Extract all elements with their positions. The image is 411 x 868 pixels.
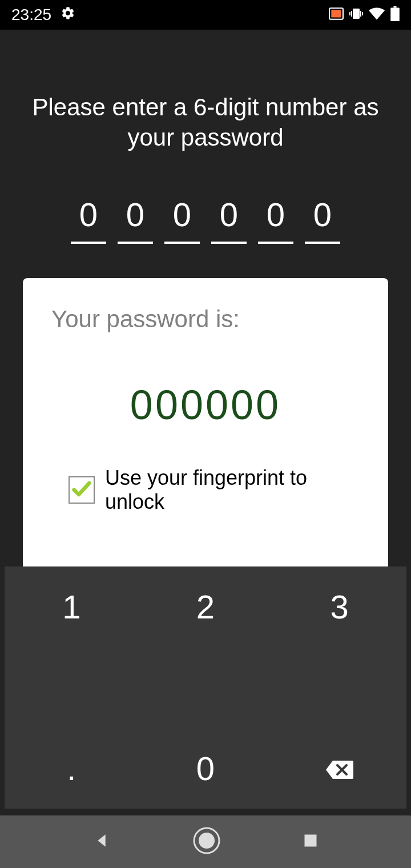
key-dot[interactable]: .: [5, 728, 139, 809]
main-area: Please enter a 6-digit number as your pa…: [0, 30, 411, 815]
key-3[interactable]: 3: [272, 566, 406, 647]
digit-cell-2[interactable]: 0: [164, 198, 200, 244]
digit-cell-0[interactable]: 0: [71, 198, 106, 244]
svg-point-5: [199, 833, 215, 849]
fingerprint-checkbox-row[interactable]: Use your fingerprint to unlock: [68, 466, 360, 514]
digit-value: 0: [211, 198, 247, 231]
status-time: 23:25: [11, 6, 51, 24]
digit-underline: [71, 242, 106, 244]
digit-value: 0: [71, 198, 106, 231]
digit-cell-3[interactable]: 0: [211, 198, 247, 244]
navigation-bar: [0, 815, 411, 868]
status-bar: 23:25: [0, 0, 411, 30]
gear-icon: [61, 6, 75, 25]
digit-cell-1[interactable]: 0: [118, 198, 153, 244]
checkbox-label: Use your fingerprint to unlock: [105, 466, 360, 514]
password-display: 000000: [51, 381, 360, 428]
digit-underline: [118, 242, 153, 244]
svg-rect-1: [331, 10, 341, 18]
key-2[interactable]: 2: [139, 566, 273, 647]
recents-button[interactable]: [303, 833, 319, 851]
digit-input-row: 0 0 0 0 0 0: [0, 198, 411, 244]
home-button[interactable]: [193, 827, 220, 857]
numeric-keypad: 1 2 3 . 0: [5, 566, 406, 809]
dialog-title: Your password is:: [51, 306, 360, 333]
digit-underline: [211, 242, 247, 244]
key-1[interactable]: 1: [5, 566, 139, 647]
digit-value: 0: [118, 198, 153, 231]
svg-rect-3: [393, 6, 396, 8]
backspace-icon: [325, 749, 354, 787]
digit-underline: [164, 242, 200, 244]
checkbox[interactable]: [68, 476, 95, 504]
checkmark-icon: [70, 477, 93, 503]
status-right: [329, 6, 400, 23]
digit-underline: [305, 242, 340, 244]
svg-rect-2: [390, 8, 400, 21]
digit-value: 0: [164, 198, 200, 231]
wifi-icon: [369, 7, 385, 22]
status-left: 23:25: [11, 6, 75, 25]
key-backspace[interactable]: [272, 728, 406, 809]
vibrate-icon: [349, 7, 363, 23]
key-0[interactable]: 0: [139, 728, 273, 809]
digit-value: 0: [305, 198, 340, 231]
battery-icon: [390, 6, 400, 23]
digit-underline: [258, 242, 293, 244]
svg-rect-6: [305, 835, 317, 847]
digit-value: 0: [258, 198, 293, 231]
back-button[interactable]: [92, 831, 111, 852]
digit-cell-5[interactable]: 0: [305, 198, 340, 244]
digit-cell-4[interactable]: 0: [258, 198, 293, 244]
cast-icon: [329, 7, 344, 22]
instruction-text: Please enter a 6-digit number as your pa…: [0, 30, 411, 152]
